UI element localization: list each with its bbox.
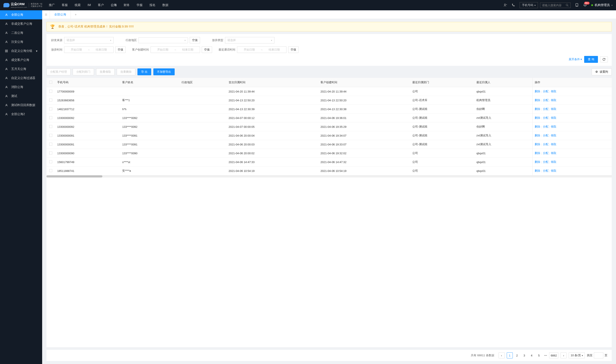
assign-link[interactable]: 分配	[543, 134, 549, 137]
sidebar-item[interactable]: 注安公海	[0, 38, 42, 46]
sidebar-item[interactable]: 测试昨日回库数据	[0, 101, 42, 110]
bell-icon[interactable]: 99+	[583, 3, 587, 7]
assign-link[interactable]: 分配	[543, 98, 549, 102]
sidebar-item[interactable]: 消防公海	[0, 83, 42, 92]
delete-link[interactable]: 删除	[535, 169, 540, 173]
claim-link[interactable]: 领取	[551, 107, 556, 111]
sidebar-item[interactable]: 自定义公海过滤器	[0, 74, 42, 83]
last-page-button[interactable]: 6882	[549, 352, 558, 358]
claim-link[interactable]: 领取	[551, 151, 556, 155]
search-input[interactable]	[542, 4, 566, 7]
delete-link[interactable]: 删除	[535, 90, 540, 93]
row-checkbox[interactable]	[49, 134, 52, 137]
assign-link[interactable]: 分配	[543, 143, 549, 146]
next-page-button[interactable]: ›	[561, 352, 566, 358]
delete-link[interactable]: 删除	[535, 143, 540, 146]
user-menu[interactable]: 机构管理员 ▾	[591, 3, 613, 7]
search-icon[interactable]	[566, 4, 569, 7]
assign-link[interactable]: 分配	[543, 169, 549, 173]
assign-link[interactable]: 分配	[543, 151, 549, 155]
nav-item[interactable]: IM	[86, 3, 92, 7]
prev-page-button[interactable]: ‹	[499, 352, 505, 358]
page-number-button[interactable]: 4	[529, 352, 535, 358]
nav-item[interactable]: 客服	[60, 3, 69, 7]
delete-link[interactable]: 删除	[535, 116, 540, 120]
sidebar-item[interactable]: 二咨公海	[0, 28, 42, 38]
assign-manager-button[interactable]: 分配客户经理	[46, 68, 71, 75]
delete-link[interactable]: 删除	[535, 125, 540, 129]
nav-item[interactable]: 数据	[161, 3, 170, 7]
assign-link[interactable]: 分配	[543, 125, 549, 129]
set-columns-button[interactable]: ⚙ 设置列	[592, 68, 612, 75]
expand-filters-link[interactable]: 展开条件 ▾	[569, 57, 582, 61]
delete-link[interactable]: 删除	[535, 98, 540, 102]
sidebar-item[interactable]: 自定义公海分组▾	[0, 46, 42, 55]
assign-dept-button[interactable]: 分配到部门	[73, 68, 94, 75]
null-button[interactable]: 空值	[190, 37, 200, 43]
batch-claim-button[interactable]: 批量领取	[96, 68, 115, 75]
assign-link[interactable]: 分配	[543, 107, 549, 111]
sidebar-item[interactable]: 非成交客户公海	[0, 19, 42, 28]
export-plain-button[interactable]: 不加密导出	[153, 68, 175, 75]
null-button[interactable]: 空值	[288, 46, 298, 53]
claim-link[interactable]: 领取	[551, 90, 556, 93]
call-time-range[interactable]: 开始日期 ~ 结束日期	[237, 46, 286, 53]
row-checkbox[interactable]	[49, 143, 52, 146]
tab-all-public[interactable]: 全部公海	[50, 10, 71, 19]
horizontal-scrollbar[interactable]	[46, 175, 612, 178]
delete-link[interactable]: 删除	[535, 151, 540, 155]
search-type-select[interactable]: 手机号码 ▾	[520, 2, 538, 8]
row-checkbox[interactable]	[49, 107, 52, 110]
page-size-select[interactable]: 10 条/页 ▾	[569, 352, 585, 358]
delete-link[interactable]: 删除	[535, 107, 540, 111]
sidebar-item[interactable]: 全部公海2	[0, 110, 42, 119]
page-number-button[interactable]: 1	[507, 352, 513, 358]
export-button[interactable]: 导 出	[137, 68, 151, 75]
nav-item[interactable]: 公海	[109, 3, 118, 7]
sidebar-item[interactable]: 测试	[0, 92, 42, 101]
tab-list-toggle[interactable]	[42, 10, 50, 19]
abandon-time-range[interactable]: 开始日期 ~ 结束日期	[64, 46, 114, 53]
add-user-icon[interactable]	[503, 3, 508, 7]
row-checkbox[interactable]	[49, 169, 52, 172]
refresh-button[interactable]	[600, 56, 608, 62]
row-checkbox[interactable]	[49, 160, 52, 163]
nav-item[interactable]: 学服	[135, 3, 144, 7]
row-checkbox[interactable]	[49, 90, 52, 93]
claim-link[interactable]: 领取	[551, 134, 556, 137]
nav-item[interactable]: 推广	[48, 3, 56, 7]
batch-delete-button[interactable]: 批量删除	[117, 68, 135, 75]
row-checkbox[interactable]	[49, 125, 52, 128]
delete-link[interactable]: 删除	[535, 160, 540, 164]
scrollbar-thumb[interactable]	[46, 175, 102, 178]
page-jump-input[interactable]	[594, 352, 603, 358]
claim-link[interactable]: 领取	[551, 143, 556, 146]
claim-link[interactable]: 领取	[551, 169, 556, 173]
sidebar-item[interactable]: 成交客户公海	[0, 55, 42, 65]
abandon-type-select[interactable]: 请选择 ▾	[225, 37, 274, 43]
delete-link[interactable]: 删除	[535, 134, 540, 137]
tablet-icon[interactable]	[575, 3, 579, 7]
nav-item[interactable]: 报名	[148, 3, 157, 7]
phone-icon[interactable]	[511, 3, 515, 7]
page-number-button[interactable]: 5	[536, 352, 542, 358]
page-number-button[interactable]: 2	[514, 352, 520, 358]
tab-add-button[interactable]: ＋	[71, 13, 81, 17]
sidebar-item[interactable]: 全部公海	[0, 10, 42, 19]
select-all-checkbox[interactable]	[49, 81, 52, 84]
sidebar-item[interactable]: 五月天公海	[0, 65, 42, 74]
claim-link[interactable]: 领取	[551, 160, 556, 164]
row-checkbox[interactable]	[49, 99, 52, 102]
row-checkbox[interactable]	[49, 116, 52, 119]
friend-source-select[interactable]: 请选择 ▾	[64, 37, 114, 43]
assign-link[interactable]: 分配	[543, 160, 549, 164]
create-time-range[interactable]: 开始日期 ~ 结束日期	[151, 46, 200, 53]
claim-link[interactable]: 领取	[551, 116, 556, 120]
query-button[interactable]: 查 询	[584, 56, 598, 63]
page-number-button[interactable]: 3	[521, 352, 527, 358]
nav-item[interactable]: 客户	[97, 3, 105, 7]
assign-link[interactable]: 分配	[543, 90, 549, 93]
nav-item[interactable]: 线索	[73, 3, 82, 7]
null-button[interactable]: 空值	[202, 46, 212, 53]
admin-region-select[interactable]: ▾	[139, 38, 188, 43]
